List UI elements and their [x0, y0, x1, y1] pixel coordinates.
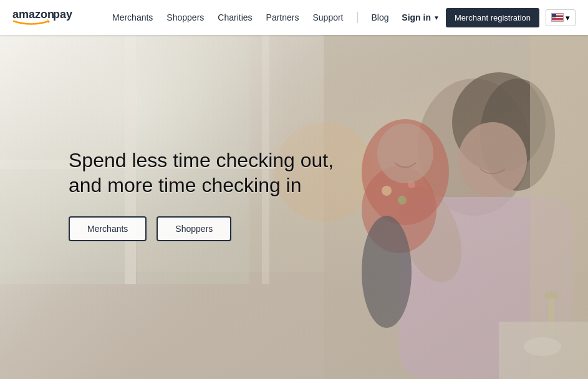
nav-partners[interactable]: Partners — [266, 12, 299, 22]
hero-headline: Spend less time checking out, and more t… — [69, 148, 368, 198]
signin-button[interactable]: Sign in ▼ — [402, 12, 440, 22]
hero-headline-line2: and more time checking in — [69, 174, 302, 196]
nav-shoppers[interactable]: Shoppers — [166, 12, 204, 22]
hero-buttons: Merchants Shoppers — [69, 216, 588, 241]
svg-text:pay: pay — [53, 8, 72, 21]
language-region-button[interactable]: ▾ — [546, 9, 576, 26]
hero-section: Spend less time checking out, and more t… — [0, 35, 588, 379]
main-nav: Merchants Shoppers Charities Partners Su… — [112, 12, 402, 23]
signin-label: Sign in — [402, 12, 431, 22]
us-flag-icon — [551, 13, 564, 22]
hero-shoppers-button[interactable]: Shoppers — [157, 216, 231, 241]
header: amazon pay Merchants Shoppers Charities … — [0, 0, 588, 35]
nav-merchants[interactable]: Merchants — [112, 12, 153, 22]
chevron-down-icon-flag: ▾ — [566, 13, 570, 22]
hero-headline-line1: Spend less time checking out, — [69, 149, 334, 171]
logo-area: amazon pay — [12, 6, 94, 29]
merchant-registration-button[interactable]: Merchant registration — [446, 8, 539, 27]
header-right: Sign in ▼ Merchant registration ▾ — [402, 8, 576, 27]
hero-content: Spend less time checking out, and more t… — [0, 35, 588, 379]
nav-charities[interactable]: Charities — [218, 12, 252, 22]
amazon-pay-logo-svg: amazon pay — [12, 6, 94, 29]
chevron-down-icon: ▼ — [433, 14, 440, 21]
svg-text:amazon: amazon — [12, 8, 54, 21]
nav-divider — [357, 12, 358, 23]
nav-support[interactable]: Support — [312, 12, 343, 22]
hero-merchants-button[interactable]: Merchants — [69, 216, 147, 241]
amazon-pay-logo: amazon pay — [12, 6, 94, 29]
nav-blog[interactable]: Blog — [372, 12, 389, 22]
